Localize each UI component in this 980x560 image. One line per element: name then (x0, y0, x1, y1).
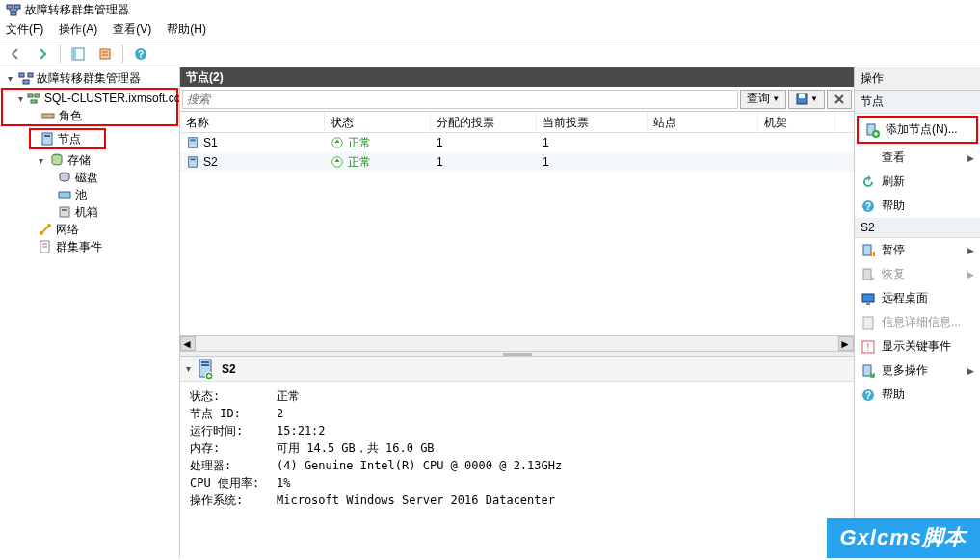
help-button[interactable]: ? (129, 43, 152, 65)
col-current-vote[interactable]: 当前投票 (537, 112, 648, 132)
svg-rect-21 (59, 192, 70, 198)
properties-button[interactable] (93, 43, 117, 65)
table-row[interactable]: S1正常11 (180, 133, 854, 152)
tree-events[interactable]: 群集事件 (0, 238, 179, 255)
server-icon (197, 359, 214, 380)
action-critical-events[interactable]: ! 显示关键事件 (855, 334, 980, 359)
detail-node-name: S2 (222, 362, 236, 376)
collapse-icon[interactable]: ▾ (186, 363, 191, 374)
action-info-details[interactable]: 信息详细信息... (855, 310, 980, 334)
actions-pane: 操作 节点 添加节点(N)... 查看 ▶ 刷新 ? 帮助 S2 暂停 ▶ (855, 67, 980, 558)
svg-rect-5 (100, 49, 110, 59)
svg-rect-13 (28, 94, 33, 97)
tree-storage[interactable]: ▾ 存储 (0, 151, 179, 169)
svg-rect-2 (11, 12, 16, 15)
action-help-2[interactable]: ? 帮助 (855, 383, 980, 407)
action-help-1[interactable]: ? 帮助 (855, 194, 980, 218)
svg-rect-48 (873, 252, 875, 256)
svg-rect-23 (62, 209, 67, 211)
info-icon (861, 315, 876, 331)
action-add-node[interactable]: 添加节点(N)... (859, 118, 976, 142)
menu-view[interactable]: 查看(V) (113, 21, 151, 38)
svg-rect-10 (19, 73, 24, 77)
svg-rect-16 (42, 114, 54, 118)
col-name[interactable]: 名称 (180, 112, 325, 132)
svg-rect-35 (189, 157, 198, 168)
actions-section-s2: S2 (855, 218, 980, 238)
back-button[interactable] (4, 43, 27, 65)
tree-cluster[interactable]: ▾ SQL-CLUSTER.ixmsoft.com (3, 90, 176, 107)
tree-roles[interactable]: 角色 (3, 107, 176, 124)
svg-rect-55 (863, 365, 871, 376)
svg-rect-51 (866, 303, 870, 305)
svg-rect-18 (44, 135, 50, 137)
svg-rect-46 (863, 245, 871, 255)
col-rack[interactable]: 机架 (758, 112, 835, 132)
action-resume[interactable]: 恢复 ▶ (855, 262, 980, 286)
menu-action[interactable]: 操作(A) (59, 21, 97, 38)
tree-enclosures[interactable]: 机箱 (0, 203, 179, 221)
refresh-icon (861, 174, 876, 190)
svg-rect-31 (799, 94, 805, 98)
column-headers: 名称 状态 分配的投票 当前投票 站点 机架 (180, 112, 854, 133)
svg-rect-39 (201, 361, 209, 363)
svg-text:?: ? (138, 49, 144, 60)
detail-body: 状态:正常 节点 ID:2 运行时间:15:21:2 内存:可用 14.5 GB… (180, 382, 854, 515)
svg-rect-52 (863, 317, 873, 329)
h-scrollbar[interactable]: ◄► (180, 335, 854, 351)
pause-icon (861, 243, 876, 258)
window-title: 故障转移群集管理器 (25, 2, 129, 18)
tree-root[interactable]: ▾ 故障转移群集管理器 (0, 69, 179, 87)
svg-rect-4 (72, 48, 76, 60)
svg-text:?: ? (865, 390, 871, 401)
watermark: Gxlcms脚本 (827, 518, 981, 558)
menu-file[interactable]: 文件(F) (6, 21, 43, 38)
events-icon: ! (861, 339, 876, 355)
action-more[interactable]: 更多操作 ▶ (855, 359, 980, 383)
svg-rect-1 (14, 5, 20, 9)
nav-tree: ▾ 故障转移群集管理器 ▾ SQL-CLUSTER.ixmsoft.com 角色… (0, 67, 180, 558)
svg-rect-36 (190, 159, 195, 161)
query-button[interactable]: 查询▼ (740, 90, 786, 109)
actions-section-nodes: 节点 (855, 91, 980, 114)
clear-button[interactable] (827, 90, 852, 109)
forward-button[interactable] (31, 43, 54, 65)
menubar: 文件(F) 操作(A) 查看(V) 帮助(H) (0, 19, 980, 40)
search-input[interactable] (182, 90, 738, 109)
toolbar: ? (0, 40, 980, 67)
detail-header[interactable]: ▾ S2 (180, 357, 854, 382)
menu-help[interactable]: 帮助(H) (167, 21, 206, 38)
tree-networks[interactable]: 网络 (0, 221, 179, 238)
tree-disks[interactable]: 磁盘 (0, 169, 179, 186)
save-button[interactable]: ▼ (788, 90, 825, 109)
action-view[interactable]: 查看 ▶ (855, 146, 980, 170)
action-refresh[interactable]: 刷新 (855, 170, 980, 194)
tree-nodes[interactable]: 节点 (31, 130, 104, 147)
actions-title: 操作 (855, 67, 980, 91)
svg-rect-17 (42, 133, 52, 145)
help-icon: ? (861, 199, 876, 214)
add-node-icon (864, 122, 880, 138)
col-site[interactable]: 站点 (648, 112, 758, 132)
svg-rect-32 (189, 138, 198, 148)
tree-pools[interactable]: 池 (0, 186, 179, 203)
content-header: 节点(2) (180, 67, 854, 87)
col-status[interactable]: 状态 (325, 112, 431, 132)
svg-text:?: ? (865, 201, 871, 212)
svg-rect-11 (28, 73, 33, 77)
node-list: S1正常11S2正常11 (180, 133, 854, 335)
table-row[interactable]: S2正常11 (180, 152, 854, 172)
svg-rect-22 (60, 207, 69, 217)
svg-rect-33 (190, 140, 195, 142)
svg-rect-50 (862, 294, 874, 302)
col-assigned-vote[interactable]: 分配的投票 (431, 112, 537, 132)
svg-text:!: ! (867, 342, 870, 353)
action-remote-desktop[interactable]: 远程桌面 (855, 286, 980, 310)
show-hide-tree-button[interactable] (66, 43, 90, 65)
action-pause[interactable]: 暂停 ▶ (855, 238, 980, 262)
app-icon (6, 2, 21, 17)
resume-icon (861, 267, 876, 282)
help-icon: ? (861, 387, 876, 403)
more-icon (861, 363, 876, 379)
svg-line-26 (42, 227, 48, 232)
